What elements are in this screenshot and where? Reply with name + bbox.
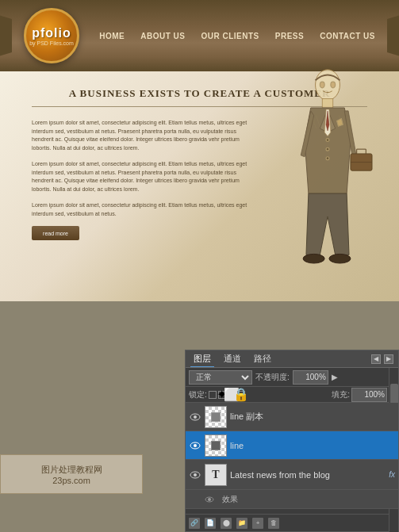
ps-expand-btn[interactable]: ▶: [384, 354, 393, 364]
ps-tab-layers[interactable]: 图层: [190, 351, 214, 367]
photoshop-panel: 图层 通道 路径 ◀ ▶ 正常 不透明度: ▶ 锁定: ✦ ⬜ 🔒 填充: ▶: [185, 350, 399, 532]
ps-new-icon[interactable]: 📄: [205, 518, 216, 529]
ps-panel-tabs: 图层 通道 路径: [190, 351, 274, 367]
hero-paragraph2: Lorem ipsum dolor sit amet, consectetur …: [32, 160, 254, 193]
layer-fx-label: fx: [389, 470, 395, 479]
ps-panel-header: 图层 通道 路径 ◀ ▶: [186, 350, 398, 368]
effects-label: 效果: [222, 494, 238, 505]
ps-folder-icon[interactable]: 📁: [236, 518, 247, 529]
read-more-button[interactable]: read more: [32, 226, 79, 240]
layer-name-line-copy: line 副本: [230, 411, 395, 423]
ps-bottom-icons: 🔗 📄 ⬤ 📁 + 🗑: [189, 518, 279, 529]
svg-point-2: [331, 82, 336, 88]
layer-thumb-text: T: [205, 464, 227, 486]
ps-fill-label: 填充:: [332, 389, 350, 400]
watermark-line1: 图片处理教程网: [41, 464, 102, 476]
svg-point-7: [329, 254, 351, 263]
ps-add-icon[interactable]: +: [252, 518, 263, 529]
main-content: A BUSINESS EXISTS TO CREATE A CUSTOMER L…: [0, 71, 399, 301]
ps-delete-icon[interactable]: 🗑: [268, 518, 279, 529]
nav-ribbon: pfolio by PSD Files.com HOME ABOUT US OU…: [0, 0, 399, 71]
layer-eye-line-copy[interactable]: [189, 411, 201, 423]
ps-collapse-btn[interactable]: ◀: [371, 354, 381, 364]
nav-about[interactable]: ABOUT US: [132, 29, 193, 44]
layer-row-line[interactable]: line: [186, 431, 398, 460]
svg-rect-3: [322, 98, 333, 108]
ps-fill-input[interactable]: [351, 388, 387, 402]
svg-point-8: [326, 139, 329, 142]
nav-home[interactable]: HOME: [91, 29, 132, 44]
ps-blend-mode-select[interactable]: 正常: [189, 370, 252, 385]
hero-paragraph1: Lorem ipsum dolor sit amet, consectetur …: [32, 119, 254, 152]
svg-point-18: [194, 444, 197, 447]
svg-point-20: [194, 473, 197, 477]
man-illustration: [272, 63, 383, 285]
ps-lock-row: 锁定: ✦ ⬜ 🔒 填充: ▶: [186, 387, 398, 403]
ps-opacity-arrow[interactable]: ▶: [332, 373, 338, 381]
layer-eye-line[interactable]: [189, 439, 201, 452]
svg-point-9: [326, 147, 329, 151]
ps-adjust-icon[interactable]: ⬤: [221, 518, 232, 529]
website-preview: pfolio by PSD Files.com HOME ABOUT US OU…: [0, 0, 399, 313]
ps-blend-row: 正常 不透明度: ▶: [186, 368, 398, 387]
nav-bar: HOME ABOUT US OUR CLIENTS PRESS CONTACT …: [91, 29, 383, 44]
layer-thumb-line-copy: [205, 406, 227, 428]
svg-point-16: [194, 415, 197, 419]
nav-contact[interactable]: CONTACT US: [312, 29, 383, 44]
logo-sub: by PSD Files.com: [29, 40, 74, 46]
svg-point-22: [208, 498, 211, 501]
ps-opacity-label: 不透明度:: [255, 372, 290, 383]
layer-name-line: line: [230, 441, 395, 450]
layer-row-line-copy[interactable]: line 副本: [186, 403, 398, 431]
nav-press[interactable]: PRESS: [267, 29, 312, 44]
read-more-label: read more: [43, 231, 68, 236]
layer-effects-row: 效果: [186, 490, 398, 509]
ps-lock-label: 锁定:: [189, 389, 207, 400]
logo: pfolio by PSD Files.com: [24, 8, 79, 63]
ps-bottom-bar: 🔗 📄 ⬤ 📁 + 🗑: [186, 514, 389, 531]
ps-lock-all[interactable]: 🔒: [237, 391, 245, 399]
layer-name-text: Latest news from the blog: [230, 470, 386, 480]
ps-lock-box[interactable]: [209, 391, 217, 399]
layer-row-text[interactable]: T Latest news from the blog fx: [186, 460, 398, 490]
nav-clients[interactable]: OUR CLIENTS: [194, 29, 267, 44]
watermark-site: 23ps.com: [52, 476, 90, 485]
ps-tab-paths[interactable]: 路径: [251, 351, 274, 367]
hero-paragraph3: Lorem ipsum dolor sit amet, consectetur …: [32, 201, 254, 218]
ps-tab-channels[interactable]: 通道: [221, 351, 244, 367]
layer-eye-text[interactable]: [189, 469, 201, 481]
svg-point-6: [303, 254, 324, 263]
ps-panel-controls: ◀ ▶: [371, 354, 393, 364]
watermark: 图片处理教程网 23ps.com: [0, 454, 143, 494]
ps-opacity-input[interactable]: [293, 370, 328, 385]
eye-icon-effects: [205, 496, 214, 503]
svg-point-10: [326, 157, 329, 160]
ps-link-icon[interactable]: 🔗: [189, 518, 200, 529]
svg-point-1: [320, 82, 324, 88]
layer-thumb-line: [205, 434, 227, 457]
blog-title: Latest news from the blog: [118, 312, 282, 314]
logo-text: pfolio: [32, 26, 71, 40]
blog-section: Latest news from the blog: [0, 301, 399, 313]
